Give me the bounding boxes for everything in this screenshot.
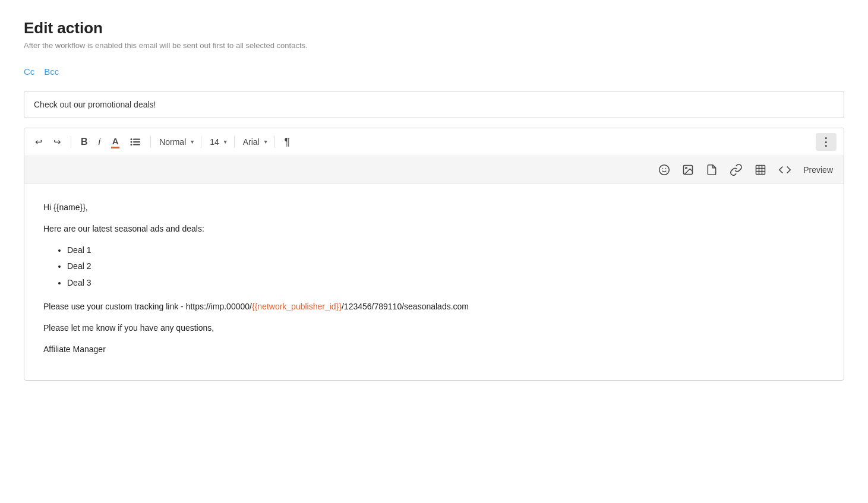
editor-line-closing: Please let me know if you have any quest… xyxy=(43,321,825,336)
list-item: Deal 2 xyxy=(67,260,825,274)
font-color-bar xyxy=(111,147,119,148)
file-button[interactable] xyxy=(702,162,721,178)
separator-2 xyxy=(150,136,151,148)
svg-rect-11 xyxy=(756,166,765,175)
bold-button[interactable]: B xyxy=(77,134,91,150)
fontsize-select[interactable]: 14 xyxy=(207,136,222,148)
list-item: Deal 3 xyxy=(67,276,825,290)
editor-line-signature: Affiliate Manager xyxy=(43,343,825,357)
link-icon xyxy=(730,163,743,176)
table-icon xyxy=(755,164,766,176)
editor-line-intro: Here are our latest seasonal ads and dea… xyxy=(43,222,825,236)
editor-body[interactable]: Hi {{name}}, Here are our latest seasona… xyxy=(24,184,844,380)
undo-button[interactable]: ↩ xyxy=(31,134,46,150)
format-select-wrapper: Normal ▼ xyxy=(157,136,195,148)
format-chevron-icon: ▼ xyxy=(190,139,195,145)
redo-button[interactable]: ↪ xyxy=(50,134,65,150)
svg-point-4 xyxy=(131,144,132,145)
list-icon xyxy=(130,138,141,146)
svg-point-6 xyxy=(659,165,670,175)
svg-rect-3 xyxy=(133,141,140,143)
font-color-button[interactable]: A xyxy=(108,134,123,151)
page-subtitle: After the workflow is enabled this email… xyxy=(24,41,844,50)
separator-3 xyxy=(201,136,201,148)
preview-button[interactable]: Preview xyxy=(800,163,837,177)
svg-point-10 xyxy=(686,167,687,169)
svg-rect-1 xyxy=(133,139,140,140)
subject-input[interactable] xyxy=(24,91,844,118)
emoji-icon xyxy=(658,164,670,176)
image-button[interactable] xyxy=(678,162,697,178)
fontsize-select-wrapper: 14 ▼ xyxy=(207,136,228,148)
font-color-icon: A xyxy=(111,136,119,148)
link-button[interactable] xyxy=(726,161,746,179)
pilcrow-button[interactable]: ¶ xyxy=(281,134,294,151)
separator-1 xyxy=(71,136,71,148)
fontfamily-select[interactable]: Arial xyxy=(241,136,262,148)
code-button[interactable] xyxy=(775,161,795,179)
variable-network-publisher-id: {{network_publisher_id}} xyxy=(252,302,342,311)
cc-bcc-row: Cc Bcc xyxy=(24,67,844,77)
svg-point-2 xyxy=(131,141,132,143)
separator-4 xyxy=(234,136,235,148)
toolbar-row1: ↩ ↪ B i A Normal ▼ xyxy=(24,128,844,156)
more-button[interactable]: ⋮ xyxy=(816,133,837,151)
editor-deals-list: Deal 1 Deal 2 Deal 3 xyxy=(67,243,825,290)
list-item: Deal 1 xyxy=(67,243,825,258)
editor-line-greeting: Hi {{name}}, xyxy=(43,201,825,215)
editor-container: ↩ ↪ B i A Normal ▼ xyxy=(24,128,844,381)
emoji-button[interactable] xyxy=(655,162,674,178)
cc-button[interactable]: Cc xyxy=(24,67,34,77)
fontfamily-chevron-icon: ▼ xyxy=(263,139,269,145)
editor-line-tracking: Please use your custom tracking link - h… xyxy=(43,300,825,314)
svg-point-0 xyxy=(131,138,132,140)
svg-rect-5 xyxy=(133,144,140,145)
file-icon xyxy=(706,164,718,176)
italic-button[interactable]: i xyxy=(95,134,105,150)
fontsize-chevron-icon: ▼ xyxy=(223,139,228,145)
bcc-button[interactable]: Bcc xyxy=(44,67,59,77)
page-title: Edit action xyxy=(24,19,844,37)
format-select[interactable]: Normal xyxy=(157,136,188,148)
code-icon xyxy=(778,163,791,176)
table-button[interactable] xyxy=(751,162,770,178)
image-icon xyxy=(682,164,694,176)
toolbar-row2: Preview xyxy=(24,156,844,184)
fontfamily-select-wrapper: Arial ▼ xyxy=(241,136,269,148)
list-button[interactable] xyxy=(127,135,144,148)
separator-5 xyxy=(274,136,275,148)
